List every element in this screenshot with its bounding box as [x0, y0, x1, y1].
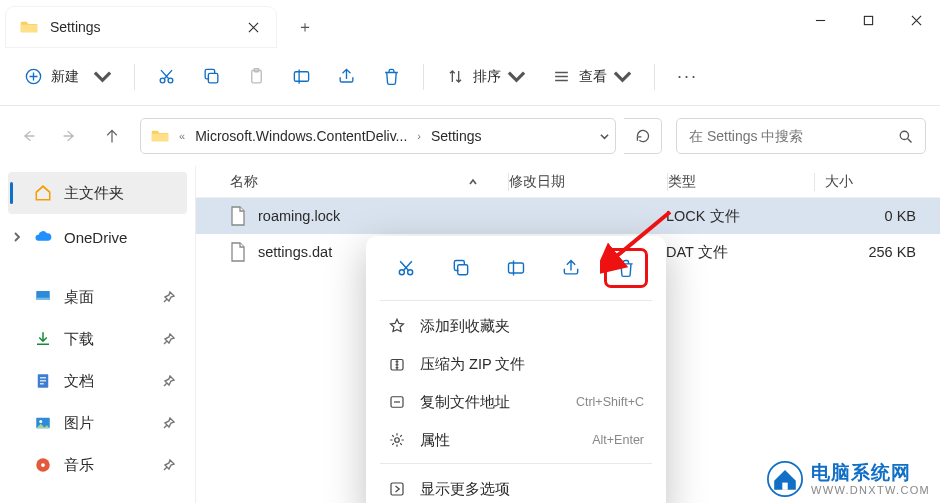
ctx-add-favorite[interactable]: 添加到收藏夹 — [372, 307, 660, 345]
file-icon — [230, 242, 246, 262]
sidebar-item-desktop[interactable]: 桌面 — [0, 276, 195, 318]
rename-button[interactable] — [280, 58, 323, 96]
file-name: settings.dat — [258, 244, 332, 260]
watermark-logo-icon — [767, 461, 803, 497]
file-row[interactable]: roaming.lock LOCK 文件 0 KB — [196, 198, 940, 234]
svg-rect-22 — [509, 263, 524, 273]
forward-button[interactable] — [56, 122, 84, 150]
maximize-button[interactable] — [844, 0, 892, 40]
rename-icon — [506, 258, 526, 278]
new-label: 新建 — [51, 68, 79, 86]
ctx-copy-path[interactable]: 复制文件地址 Ctrl+Shift+C — [372, 383, 660, 421]
sidebar-item-home[interactable]: 主文件夹 — [8, 172, 187, 214]
refresh-button[interactable] — [624, 118, 662, 154]
pin-icon — [163, 375, 175, 387]
svg-point-19 — [399, 270, 404, 275]
documents-icon — [34, 372, 52, 390]
view-label: 查看 — [579, 68, 607, 86]
ctx-rename-button[interactable] — [496, 250, 536, 286]
ctx-compress-zip[interactable]: 压缩为 ZIP 文件 — [372, 345, 660, 383]
ctx-copy-button[interactable] — [441, 250, 481, 286]
breadcrumb-part1[interactable]: Microsoft.Windows.ContentDeliv... — [191, 128, 411, 144]
sidebar-item-music[interactable]: 音乐 — [0, 444, 195, 486]
downloads-icon — [34, 330, 52, 348]
breadcrumb-part2[interactable]: Settings — [427, 128, 486, 144]
svg-rect-21 — [458, 265, 468, 275]
sort-icon — [446, 67, 465, 86]
file-type: DAT 文件 — [666, 243, 812, 262]
sidebar-item-onedrive[interactable]: OneDrive — [0, 216, 195, 258]
search-input[interactable] — [689, 128, 898, 144]
desktop-icon — [34, 288, 52, 306]
ctx-label: 复制文件地址 — [420, 393, 562, 412]
zip-icon — [388, 355, 406, 373]
file-size: 256 KB — [812, 244, 940, 260]
search-box[interactable] — [676, 118, 926, 154]
sort-label: 排序 — [473, 68, 501, 86]
ctx-show-more[interactable]: 显示更多选项 — [372, 470, 660, 503]
ctx-accel: Alt+Enter — [592, 433, 644, 447]
svg-rect-10 — [36, 298, 50, 300]
minimize-button[interactable] — [796, 0, 844, 40]
share-icon — [337, 67, 356, 86]
tab-close-button[interactable] — [244, 18, 262, 36]
ctx-label: 添加到收藏夹 — [420, 317, 644, 336]
svg-point-2 — [160, 78, 165, 83]
svg-rect-7 — [294, 72, 308, 82]
svg-rect-14 — [40, 383, 44, 384]
plus-circle-icon — [24, 67, 43, 86]
separator — [134, 64, 135, 90]
tab-title: Settings — [50, 19, 101, 35]
view-button[interactable]: 查看 — [540, 58, 644, 96]
trash-icon — [382, 67, 401, 86]
sidebar-label: 桌面 — [64, 288, 94, 307]
file-icon — [230, 206, 246, 226]
arrow-left-icon — [20, 128, 36, 144]
chevron-down-icon[interactable] — [600, 132, 609, 141]
music-icon — [34, 456, 52, 474]
sidebar-item-downloads[interactable]: 下载 — [0, 318, 195, 360]
column-type[interactable]: 类型 — [668, 173, 814, 191]
breadcrumb-sep: « — [179, 130, 185, 142]
home-icon — [34, 184, 52, 202]
sidebar-item-documents[interactable]: 文档 — [0, 360, 195, 402]
pin-icon — [163, 291, 175, 303]
column-headers: 名称 修改日期 类型 大小 — [196, 166, 940, 198]
arrow-right-icon — [62, 128, 78, 144]
ctx-cut-button[interactable] — [386, 250, 426, 286]
onedrive-icon — [34, 228, 52, 246]
share-button[interactable] — [325, 58, 368, 96]
close-window-button[interactable] — [892, 0, 940, 40]
chevron-right-icon[interactable] — [12, 232, 22, 242]
svg-rect-26 — [391, 483, 403, 495]
ctx-label: 属性 — [420, 431, 578, 450]
address-bar[interactable]: « Microsoft.Windows.ContentDeliv... › Se… — [140, 118, 616, 154]
ctx-share-button[interactable] — [551, 250, 591, 286]
cut-button[interactable] — [145, 58, 188, 96]
ctx-properties[interactable]: 属性 Alt+Enter — [372, 421, 660, 459]
pin-icon — [163, 459, 175, 471]
sidebar-item-pictures[interactable]: 图片 — [0, 402, 195, 444]
copy-button[interactable] — [190, 58, 233, 96]
sort-button[interactable]: 排序 — [434, 58, 538, 96]
column-name[interactable]: 名称 — [196, 173, 508, 191]
annotation-arrow — [600, 202, 680, 285]
paste-button[interactable] — [235, 58, 278, 96]
svg-point-8 — [900, 131, 908, 139]
paste-icon — [247, 67, 266, 86]
sidebar: 主文件夹 OneDrive 桌面 下载 文档 图片 — [0, 166, 196, 503]
watermark-url: WWW.DNXTW.COM — [811, 484, 930, 497]
new-button[interactable]: 新建 — [12, 58, 124, 96]
search-icon — [898, 129, 913, 144]
delete-button[interactable] — [370, 58, 413, 96]
path-icon — [388, 393, 406, 411]
separator — [654, 64, 655, 90]
up-button[interactable] — [98, 122, 126, 150]
chevron-down-icon — [93, 67, 112, 86]
column-date[interactable]: 修改日期 — [509, 173, 667, 191]
back-button[interactable] — [14, 122, 42, 150]
column-size[interactable]: 大小 — [815, 173, 940, 191]
new-tab-button[interactable]: ＋ — [284, 7, 326, 47]
more-button[interactable]: ··· — [665, 58, 710, 96]
tab-settings[interactable]: Settings — [6, 7, 276, 47]
